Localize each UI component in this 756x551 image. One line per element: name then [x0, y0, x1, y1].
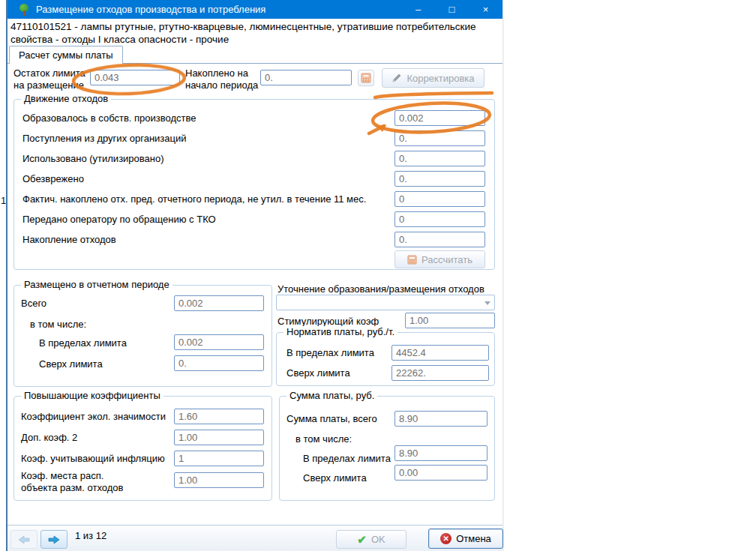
- placed-over-limit-label: Сверх лимита: [39, 358, 103, 370]
- next-record-button[interactable]: [40, 530, 68, 549]
- title-bar[interactable]: Размещение отходов производства и потреб…: [8, 0, 502, 19]
- inflation-coeff-label: Коэф. учитывающий инфляцию: [21, 453, 165, 465]
- rate-within-limit-label: В пределах лимита: [286, 347, 374, 359]
- ecol-significance-label: Коэффициент экол. значимости: [21, 411, 166, 423]
- clarification-dropdown[interactable]: [276, 295, 495, 310]
- rate-over-limit-label: Сверх лимита: [286, 367, 350, 379]
- tree-icon: [18, 4, 30, 16]
- cancel-x-icon: ✕: [440, 533, 452, 544]
- ecol-significance-input[interactable]: [174, 409, 264, 424]
- waste-movement-legend: Движение отходов: [21, 93, 111, 104]
- placed-within-limit-input[interactable]: [174, 334, 264, 350]
- placed-within-limit-label: В пределах лимита: [39, 337, 127, 349]
- placed-period-legend: Размещено в отчетном периоде: [21, 279, 172, 290]
- received-from-orgs-input[interactable]: [394, 130, 485, 146]
- placed-total-label: Всего: [21, 298, 46, 310]
- calculate-button-label: Рассчитать: [422, 254, 472, 265]
- movement-row-label: Обезврежено: [22, 173, 84, 185]
- neutralized-input[interactable]: [394, 171, 485, 187]
- waste-accumulation-input[interactable]: [394, 232, 485, 247]
- limit-remainder-label: Остаток лимита на размещение: [14, 67, 90, 91]
- stimulating-coeff-input[interactable]: [405, 313, 495, 328]
- payment-sum-legend: Сумма платы, руб.: [286, 390, 377, 401]
- close-button[interactable]: ×: [469, 0, 502, 19]
- movement-row-label: Накопление отходов: [22, 234, 116, 246]
- tab-strip: Расчет суммы платы: [8, 46, 502, 64]
- payment-including-label: в том числе:: [296, 433, 352, 445]
- record-pager: 1 из 12: [75, 530, 106, 541]
- payment-over-limit-input[interactable]: [394, 465, 488, 481]
- cancel-button-label: Отмена: [456, 533, 491, 544]
- payment-rate-legend: Норматив платы, руб./т.: [284, 326, 398, 337]
- accumulated-previous-period-input[interactable]: [394, 191, 485, 207]
- movement-row-label: Образовалось в собств. производстве: [22, 112, 196, 124]
- ok-button[interactable]: ✔ OK: [336, 530, 406, 549]
- ok-button-label: OK: [371, 534, 386, 545]
- raising-coeff-legend: Повышающие коэффициенты: [21, 390, 164, 401]
- window-title: Размещение отходов производства и потреб…: [36, 4, 266, 15]
- payment-within-limit-label: В пределах лимита: [303, 453, 391, 465]
- transferred-tko-operator-input[interactable]: [394, 211, 485, 227]
- pencil-icon: [392, 73, 402, 83]
- payment-total-input[interactable]: [394, 411, 488, 427]
- rate-within-limit-input[interactable]: [392, 345, 489, 361]
- generated-own-production-input[interactable]: [394, 110, 485, 126]
- adjustment-button-label: Корректировка: [406, 73, 474, 84]
- payment-over-limit-label: Сверх лимита: [303, 472, 367, 484]
- placed-total-input[interactable]: [174, 295, 264, 311]
- calculator-lookup-button[interactable]: [358, 70, 374, 86]
- accumulated-start-label: Накоплено на начало периода: [185, 67, 260, 91]
- additional-coeff2-label: Доп. коэф. 2: [21, 432, 77, 444]
- arrow-left-icon: [18, 535, 30, 544]
- cancel-button[interactable]: ✕ Отмена: [428, 529, 503, 549]
- payment-within-limit-input[interactable]: [394, 445, 488, 461]
- movement-row-label: Использовано (утилизировано): [22, 153, 164, 165]
- location-coeff-label: Коэф. места расп. объекта разм. отходов: [21, 470, 171, 494]
- maximize-button[interactable]: □: [435, 0, 469, 19]
- waste-placement-dialog: Размещение отходов производства и потреб…: [6, 0, 502, 551]
- utilized-input[interactable]: [394, 151, 485, 166]
- minimize-button[interactable]: –: [401, 0, 435, 19]
- clarification-label: Уточнение образования/размещения отходов: [278, 283, 484, 295]
- placed-including-label: в том числе:: [30, 319, 86, 331]
- limit-remainder-input[interactable]: [90, 70, 180, 85]
- calculate-button[interactable]: Рассчитать: [394, 250, 485, 268]
- waste-code-header: 47110101521 - лампы ртутные, ртутно-квар…: [10, 20, 500, 46]
- payment-total-label: Сумма платы, всего: [286, 413, 377, 425]
- movement-row-label: Поступления из других организаций: [22, 133, 187, 145]
- arrow-right-icon: [48, 535, 60, 544]
- location-coeff-input[interactable]: [174, 472, 264, 488]
- rate-over-limit-input[interactable]: [392, 365, 489, 381]
- adjustment-button[interactable]: Корректировка: [382, 68, 484, 88]
- additional-coeff2-input[interactable]: [174, 430, 264, 445]
- accumulated-start-input[interactable]: [260, 70, 352, 85]
- calculator-icon: [407, 255, 417, 265]
- footer-bar: 1 из 12 ✔ OK ✕ Отмена: [8, 525, 502, 551]
- movement-row-label: Передано оператору по обращению с ТКО: [22, 214, 216, 226]
- inflation-coeff-input[interactable]: [174, 451, 264, 466]
- placed-over-limit-input[interactable]: [174, 355, 264, 371]
- prev-record-button[interactable]: [10, 530, 38, 549]
- calculator-icon: [361, 73, 371, 83]
- tab-payment-calc[interactable]: Расчет суммы платы: [9, 46, 123, 64]
- chevron-down-icon: [484, 301, 490, 305]
- movement-row-label: Фактич. накоплено отх. пред. отчетного п…: [22, 193, 366, 205]
- check-icon: ✔: [357, 533, 367, 547]
